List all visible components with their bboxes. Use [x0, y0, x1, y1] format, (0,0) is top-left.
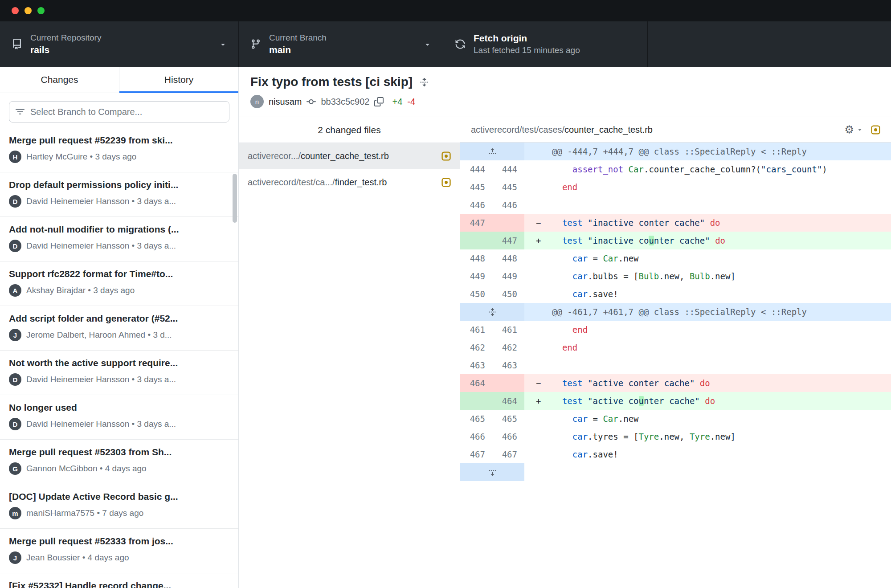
code-line: test "active conter cache" do: [552, 374, 710, 392]
commit-list-item[interactable]: Drop default permissions policy initi...…: [0, 172, 238, 217]
commit-meta: D David Heinemeier Hansson • 3 days a...: [9, 240, 229, 252]
commit-list-item[interactable]: [DOC] Update Active Record basic g... m …: [0, 484, 238, 529]
old-line-number: 461: [460, 321, 492, 339]
tab-changes[interactable]: Changes: [0, 67, 119, 93]
changed-file-row[interactable]: activerecord/test/ca.../finder_test.rb: [239, 169, 460, 196]
fetch-title: Fetch origin: [474, 33, 636, 44]
commit-list-item[interactable]: Merge pull request #52239 from ski... H …: [0, 128, 238, 172]
code-line: car = Car.new: [552, 410, 639, 428]
branch-value: main: [269, 45, 416, 55]
avatar: D: [9, 373, 21, 386]
commit-sha: bb33c5c902: [321, 97, 369, 107]
diff-row-deleted: 447− test "inactive conter cache" do: [460, 214, 891, 232]
repo-label: Current Repository: [30, 33, 211, 43]
diff-row-context: 461461 end: [460, 321, 891, 339]
new-line-number: 463: [492, 356, 524, 374]
old-line-number: 467: [460, 445, 492, 463]
diff-panel: activerecord/test/cases/counter_cache_te…: [460, 117, 891, 588]
diff-marker: [524, 321, 552, 339]
commit-list-item[interactable]: Support rfc2822 format for Time#to... A …: [0, 261, 238, 306]
changed-files-panel: 2 changed files activerecor.../counter_c…: [239, 117, 460, 588]
diff-marker: [524, 339, 552, 356]
commit-meta: D David Heinemeier Hansson • 3 days a...: [9, 373, 229, 386]
commit-list-item[interactable]: Not worth the active support require... …: [0, 351, 238, 395]
commit-title: Not worth the active support require...: [9, 358, 229, 368]
diff-row-added: 447+ test "inactive counter cache" do: [460, 232, 891, 249]
new-line-number: 449: [492, 267, 524, 285]
branch-compare-input[interactable]: [29, 106, 223, 118]
new-line-number: 461: [492, 321, 524, 339]
diff-row-context: 463463: [460, 356, 891, 374]
current-branch-button[interactable]: Current Branch main: [239, 21, 443, 67]
commit-list-item[interactable]: [Fix #52332] Handle record change...: [0, 573, 238, 588]
diff-row-context: 467467 car.save!: [460, 445, 891, 463]
diff-marker: [524, 445, 552, 463]
commit-list-item[interactable]: Add not-null modifier to migrations (...…: [0, 217, 238, 261]
copy-sha-icon[interactable]: [374, 97, 384, 106]
commit-meta: A Akshay Birajdar • 3 days ago: [9, 284, 229, 297]
changed-file-row[interactable]: activerecor.../counter_cache_test.rb: [239, 143, 460, 169]
old-line-number: 447: [460, 214, 492, 232]
expand-hunk-button[interactable]: [460, 143, 524, 160]
diff-header: activerecord/test/cases/counter_cache_te…: [460, 117, 891, 143]
repo-value: rails: [30, 45, 211, 55]
diff-row-expand-bottom: [460, 463, 891, 481]
old-line-number: [460, 392, 492, 410]
modified-status-icon: [441, 178, 451, 187]
fold-up-icon: [488, 147, 497, 156]
avatar: m: [9, 507, 21, 519]
commit-title: No longer used: [9, 402, 229, 413]
commit-list-item[interactable]: Merge pull request #52333 from jos... J …: [0, 529, 238, 573]
old-line-number: 448: [460, 249, 492, 267]
minimize-button[interactable]: [25, 7, 32, 14]
diff-path-dir: activerecord/test/cases/: [471, 125, 564, 135]
diff-row-context: 448448 car = Car.new: [460, 249, 891, 267]
zoom-button[interactable]: [37, 7, 45, 14]
diff-marker: +: [524, 392, 552, 410]
fetch-origin-button[interactable]: Fetch origin Last fetched 15 minutes ago: [443, 21, 648, 67]
avatar: J: [9, 329, 21, 341]
close-button[interactable]: [12, 7, 19, 14]
diff-options-button[interactable]: ⚙: [844, 124, 863, 135]
code-line: end: [552, 321, 588, 339]
commit-meta: m maniSHarma7575 • 7 days ago: [9, 507, 229, 519]
commit-list-item[interactable]: No longer used D David Heinemeier Hansso…: [0, 395, 238, 440]
commit-list-item[interactable]: Merge pull request #52303 from Sh... G G…: [0, 440, 238, 484]
branch-compare-box[interactable]: [9, 101, 229, 122]
old-line-number: 450: [460, 285, 492, 303]
gear-icon: ⚙: [844, 124, 854, 135]
avatar: D: [9, 418, 21, 430]
diff-row-context: 462462 end: [460, 339, 891, 356]
filter-icon: [16, 107, 25, 116]
old-line-number: 463: [460, 356, 492, 374]
new-line-number: 446: [492, 196, 524, 214]
commit-meta: H Hartley McGuire • 3 days ago: [9, 151, 229, 163]
avatar: D: [9, 240, 21, 252]
commit-title: Add script folder and generator (#52...: [9, 313, 229, 324]
current-repository-button[interactable]: Current Repository rails: [0, 21, 239, 67]
branch-label: Current Branch: [269, 33, 416, 43]
commit-author-time: Jerome Dalbert, Haroon Ahmed • 3 d...: [26, 330, 172, 340]
expand-commit-summary-button[interactable]: [420, 78, 429, 87]
modified-status-icon: [441, 151, 451, 161]
changed-files-header: 2 changed files: [239, 117, 460, 143]
sidebar-scrollbar[interactable]: [233, 174, 237, 223]
diff-marker: −: [524, 214, 552, 232]
diff-row-context: 444444 assert_not Car.counter_cache_colu…: [460, 160, 891, 178]
repo-icon: [12, 39, 22, 49]
expand-hunk-button[interactable]: [460, 303, 524, 321]
commit-title: Merge pull request #52239 from ski...: [9, 135, 229, 146]
commit-meta: G Gannon McGibbon • 4 days ago: [9, 462, 229, 475]
expand-hunk-button[interactable]: [460, 463, 524, 481]
file-dir: activerecor.../: [248, 151, 301, 161]
repo-text: Current Repository rails: [30, 33, 211, 55]
old-line-number: 465: [460, 410, 492, 428]
commit-author-avatar: n: [250, 95, 264, 108]
branch-text: Current Branch main: [269, 33, 416, 55]
new-line-number: [492, 214, 524, 232]
tab-history[interactable]: History: [119, 67, 238, 93]
commit-list-item[interactable]: Add script folder and generator (#52... …: [0, 306, 238, 351]
old-line-number: 462: [460, 339, 492, 356]
diff-row-deleted: 464− test "active conter cache" do: [460, 374, 891, 392]
file-name: finder_test.rb: [335, 177, 387, 187]
